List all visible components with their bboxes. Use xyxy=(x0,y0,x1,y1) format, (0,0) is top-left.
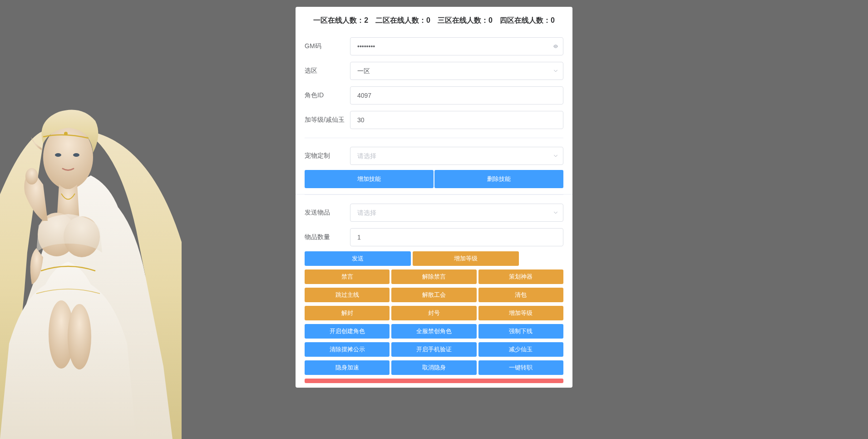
one-click-job-button[interactable]: 一键转职 xyxy=(478,360,563,375)
level-jade-input[interactable] xyxy=(350,111,563,129)
svg-point-5 xyxy=(64,132,68,135)
delete-skill-button[interactable]: 删除技能 xyxy=(434,170,563,188)
send-button[interactable]: 发送 xyxy=(305,251,411,266)
enable-phone-button[interactable]: 开启手机验证 xyxy=(391,342,476,357)
svg-point-3 xyxy=(38,213,76,256)
danger-row-button[interactable] xyxy=(305,379,563,383)
cancel-stealth-button[interactable]: 取消隐身 xyxy=(391,360,476,375)
force-offline-button[interactable]: 强制下线 xyxy=(478,324,563,339)
zone-select[interactable]: 一区 xyxy=(350,62,563,80)
role-id-input[interactable] xyxy=(350,86,563,105)
plan-artifact-button[interactable]: 策划神器 xyxy=(478,269,563,284)
svg-point-8 xyxy=(68,304,91,369)
zone-label: 选区 xyxy=(305,67,350,75)
role-id-label: 角色ID xyxy=(305,91,350,100)
reduce-jade-button[interactable]: 减少仙玉 xyxy=(478,342,563,357)
item-qty-input[interactable] xyxy=(350,228,563,246)
clear-bag-button[interactable]: 清包 xyxy=(478,288,563,302)
svg-point-0 xyxy=(43,125,93,189)
divider xyxy=(305,138,563,138)
send-item-select[interactable]: 请选择 xyxy=(350,204,563,222)
unmute-button[interactable]: 解除禁言 xyxy=(391,269,476,284)
admin-panel: 一区在线人数：2 二区在线人数：0 三区在线人数：0 四区在线人数：0 GM码 … xyxy=(296,7,572,388)
gm-code-input[interactable] xyxy=(350,37,563,55)
zone1-stat: 一区在线人数：2 xyxy=(313,16,368,25)
add-skill-button[interactable]: 增加技能 xyxy=(305,170,434,188)
add-level-top-button[interactable]: 增加等级 xyxy=(413,251,519,266)
svg-point-6 xyxy=(25,168,38,185)
zone4-stat: 四区在线人数：0 xyxy=(500,16,555,25)
zone3-stat: 三区在线人数：0 xyxy=(438,16,493,25)
zone2-stat: 二区在线人数：0 xyxy=(375,16,430,25)
pet-custom-label: 宠物定制 xyxy=(305,152,350,160)
pet-custom-select[interactable]: 请选择 xyxy=(350,147,563,165)
svg-point-4 xyxy=(64,216,100,257)
clear-stall-button[interactable]: 清除摆摊公示 xyxy=(305,342,390,357)
skip-main-button[interactable]: 跳过主线 xyxy=(305,288,390,302)
dissolve-guild-button[interactable]: 解散工会 xyxy=(391,288,476,302)
item-qty-label: 物品数量 xyxy=(305,233,350,241)
add-level-button[interactable]: 增加等级 xyxy=(478,306,563,320)
mute-button[interactable]: 禁言 xyxy=(305,269,390,284)
online-stats-header: 一区在线人数：2 二区在线人数：0 三区在线人数：0 四区在线人数：0 xyxy=(296,16,572,25)
forbid-create-button[interactable]: 全服禁创角色 xyxy=(391,324,476,339)
background-illustration xyxy=(0,94,182,439)
send-item-label: 发送物品 xyxy=(305,209,350,217)
seal-button[interactable]: 封号 xyxy=(391,306,476,320)
svg-point-2 xyxy=(73,153,79,157)
stealth-speed-button[interactable]: 隐身加速 xyxy=(305,360,390,375)
level-jade-label: 加等级/减仙玉 xyxy=(305,116,350,124)
svg-point-1 xyxy=(55,153,61,157)
gm-code-label: GM码 xyxy=(305,42,350,50)
unseal-button[interactable]: 解封 xyxy=(305,306,390,320)
svg-point-7 xyxy=(49,300,74,369)
divider xyxy=(305,195,563,195)
enable-create-button[interactable]: 开启创建角色 xyxy=(305,324,390,339)
